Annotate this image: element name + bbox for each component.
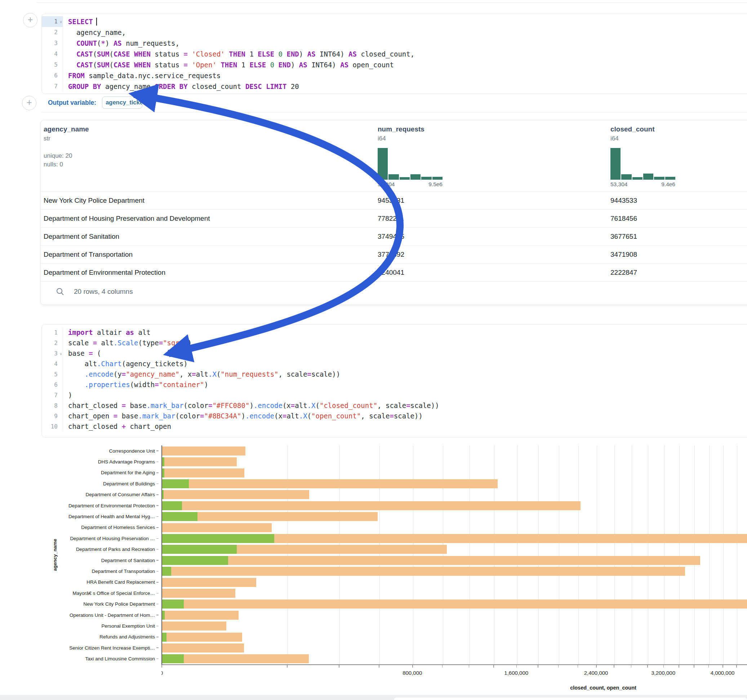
code-token: "agency_name" — [126, 370, 180, 378]
code-token: = — [291, 401, 295, 409]
code-line[interactable]: 6 .properties(width="container") — [42, 380, 747, 390]
table-row[interactable]: Department of Sanitation37494853677651 — [41, 227, 747, 245]
line-number: 3∨ — [42, 348, 63, 359]
code-line[interactable]: 3∨base = ( — [42, 348, 747, 359]
code-line[interactable]: 7) — [42, 390, 747, 400]
column-type: i64 — [611, 135, 747, 142]
y-tick-mark — [156, 462, 159, 462]
code-text: base = ( — [63, 348, 101, 359]
code-token — [68, 39, 76, 47]
column-histogram — [378, 148, 443, 180]
code-line[interactable]: 7GROUP BY agency_name ORDER BY closed_co… — [42, 81, 747, 92]
bar-open_count — [162, 567, 171, 576]
x-tick-mark — [469, 665, 470, 668]
code-text: .properties(width="container") — [63, 380, 208, 390]
code-token: open_count — [348, 61, 394, 69]
y-tick-mark — [156, 484, 159, 484]
x-tick-mark — [162, 665, 162, 668]
gridline — [664, 445, 664, 664]
table-row[interactable]: Department of Housing Preservation and D… — [41, 209, 747, 227]
code-line[interactable]: 8chart_closed = base.mark_bar(color="#FF… — [42, 400, 747, 411]
code-token: ( — [109, 50, 113, 58]
code-line[interactable]: 2 agency_name, — [42, 27, 747, 38]
chart-x-axis-title: closed_count, open_count — [570, 685, 637, 691]
histogram-bar — [389, 174, 399, 180]
code-line[interactable]: 5 .encode(y="agency_name", x=alt.X("num_… — [42, 369, 747, 380]
stat-line: nulls: 0 — [44, 160, 378, 169]
add-cell-button-top[interactable]: + — [23, 13, 38, 27]
code-token: .encode — [254, 401, 283, 409]
code-token: = — [93, 339, 97, 347]
histogram-bar — [432, 177, 443, 180]
code-line[interactable]: 1∨SELECT — [42, 16, 747, 27]
code-line[interactable]: 9chart_open = base.mark_bar(color="#8BC3… — [42, 411, 747, 421]
code-line[interactable]: 6FROM sample_data.nyc.service_requests — [42, 70, 747, 81]
code-token: CASE — [113, 61, 130, 69]
code-token — [68, 381, 85, 389]
code-token: = — [283, 412, 286, 420]
bar-closed_count — [162, 457, 237, 466]
code-line[interactable]: 10chart_closed + chart_open — [42, 421, 747, 432]
column-header-agency_name[interactable]: agency_namestrunique: 20nulls: 0 — [41, 120, 378, 191]
code-token: .encode — [245, 412, 274, 420]
code-token: , scale — [278, 370, 307, 378]
y-axis-label: Department of Transportation — [53, 566, 159, 576]
code-token: , scale — [361, 412, 390, 420]
output-variable-input[interactable]: agency_tickets — [102, 97, 142, 109]
code-token: 0 — [270, 61, 274, 69]
code-text: CAST(SUM(CASE WHEN status = 'Open' THEN … — [63, 59, 394, 70]
x-tick-mark — [647, 665, 648, 668]
code-token: ) — [291, 61, 299, 69]
output-variable-strip: Output variable: agency_tickets — [41, 93, 747, 112]
code-line[interactable]: 4 alt.Chart(agency_tickets) — [42, 359, 747, 369]
category-label: New York City Police Department — [83, 601, 155, 607]
code-token: GROUP BY — [68, 83, 101, 91]
column-header-closed_count[interactable]: closed_counti6453,3049.4e6 — [611, 120, 747, 191]
bar-closed_count — [162, 622, 226, 631]
chevron-down-icon[interactable]: ∨ — [60, 348, 62, 359]
y-axis-label: HRA Benefit Card Replacement — [53, 577, 159, 588]
add-cell-button-output[interactable]: + — [22, 96, 36, 110]
sql-code-cell[interactable]: 1∨SELECT2 agency_name,3 COUNT(*) AS num_… — [41, 14, 747, 94]
python-code-cell[interactable]: 1import altair as alt2scale = alt.Scale(… — [41, 324, 747, 438]
chevron-down-icon[interactable]: ∨ — [60, 17, 62, 27]
code-token: .X — [307, 401, 316, 409]
x-tick-mark — [723, 665, 723, 668]
code-token: "#8BC34A" — [204, 412, 242, 420]
code-token: chart_open — [68, 412, 113, 420]
code-line[interactable]: 1import altair as alt — [42, 327, 747, 338]
y-axis-label: Operations Unit - Department of Hom… — [53, 609, 159, 620]
code-line[interactable]: 5 CAST(SUM(CASE WHEN status = 'Open' THE… — [42, 59, 747, 70]
table-row[interactable]: New York City Police Department945313194… — [41, 191, 747, 209]
code-token: SELECT — [68, 18, 93, 26]
table-row[interactable]: Department of Environmental Protection22… — [41, 263, 747, 281]
code-token: base — [68, 349, 89, 357]
table-row[interactable]: Department of Transportation377489234719… — [41, 245, 747, 263]
code-token: = — [192, 370, 196, 378]
bar-closed_count — [162, 654, 309, 663]
column-header-num_requests[interactable]: num_requestsi6453,3049.5e6 — [378, 120, 611, 191]
code-token: AS — [340, 61, 348, 69]
line-number: 5 — [42, 369, 63, 380]
code-line[interactable]: 4 CAST(SUM(CASE WHEN status = 'Closed' T… — [42, 48, 747, 59]
output-variable-label: Output variable: — [48, 99, 96, 107]
code-text: SELECT — [63, 16, 97, 27]
code-token: END — [286, 50, 299, 58]
code-token: ( — [307, 412, 312, 420]
category-label: Department of Housing Preservation … — [70, 536, 155, 541]
x-tick-label: 4,000,000 — [711, 670, 735, 676]
code-token: 20 — [286, 83, 299, 91]
bar-open_count — [162, 633, 166, 642]
code-token: AS — [113, 39, 122, 47]
code-line[interactable]: 2scale = alt.Scale(type="sqrt") — [42, 338, 747, 348]
code-token: WHEN — [134, 61, 151, 69]
gridline — [538, 445, 539, 664]
code-line[interactable]: 3 COUNT(*) AS num_requests, — [42, 38, 747, 48]
line-number: 1∨ — [42, 16, 63, 27]
line-number: 1 — [42, 327, 63, 338]
x-tick-label: 800,000 — [402, 670, 422, 676]
search-icon[interactable] — [56, 287, 65, 296]
gridline — [578, 445, 579, 664]
histogram-bar — [654, 177, 664, 180]
category-label: Department of Homeless Services — [81, 525, 155, 530]
